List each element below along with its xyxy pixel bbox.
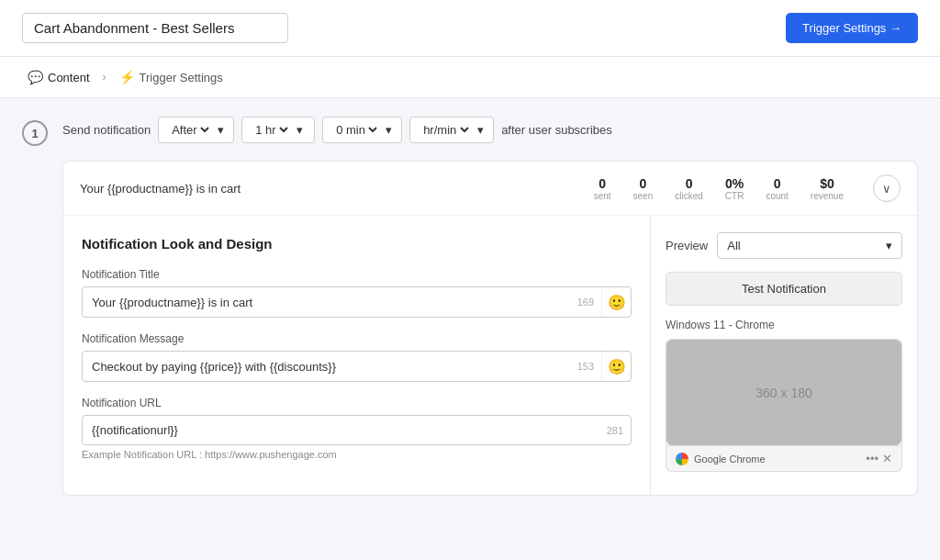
min-chevron-icon: ▾ (386, 123, 392, 137)
step-suffix: after user subscribes (501, 123, 612, 137)
trigger-icon: ⚡ (119, 70, 135, 84)
url-char-count: 281 (599, 425, 631, 436)
notification-title-input[interactable] (83, 288, 570, 317)
notification-title-text: Your {{productname}} is in cart (80, 182, 576, 196)
preview-chrome-bar: Google Chrome ••• ✕ (666, 446, 902, 472)
step-row: 1 Send notification After ▾ 1 hr ▾ 0 min (22, 117, 918, 146)
message-emoji-button[interactable]: 🙂 (601, 352, 631, 381)
preview-platform-label: Windows 11 - Chrome (666, 319, 902, 331)
nav-trigger-label: Trigger Settings (140, 71, 223, 84)
notification-header: Your {{productname}} is in cart 0 sent 0… (63, 162, 917, 216)
step-controls: Send notification After ▾ 1 hr ▾ 0 min ▾ (62, 117, 918, 143)
title-char-count: 169 (570, 297, 601, 308)
title-emoji-button[interactable]: 🙂 (601, 287, 631, 317)
preview-image: 360 x 180 (666, 340, 901, 445)
notification-body: Notification Look and Design Notificatio… (63, 216, 917, 495)
hrmin-select-input[interactable]: hr/min (420, 122, 472, 138)
min-select[interactable]: 0 min ▾ (322, 117, 402, 143)
trigger-settings-button[interactable]: Trigger Settings → (786, 13, 918, 43)
chrome-close-icon: ✕ (882, 452, 892, 465)
notification-url-label: Notification URL (82, 397, 632, 409)
notification-title-group: Notification Title 169 🙂 (82, 268, 632, 318)
count-value: 0 (766, 176, 788, 191)
after-chevron-icon: ▾ (218, 123, 224, 137)
content-icon: 💬 (28, 70, 43, 84)
test-notification-button[interactable]: Test Notification (666, 272, 902, 306)
form-section-title: Notification Look and Design (82, 236, 632, 252)
expand-button[interactable]: ∨ (873, 174, 901, 202)
preview-row: Preview All ▾ (666, 232, 902, 259)
chrome-icon (676, 453, 688, 465)
stat-sent: 0 sent (594, 176, 611, 201)
chrome-window-controls: ••• ✕ (866, 452, 892, 465)
chrome-label: Google Chrome (694, 454, 766, 465)
chrome-dots-text: ••• (866, 452, 878, 465)
nav-chevron: › (103, 71, 106, 84)
hour-select-input[interactable]: 1 hr (252, 122, 291, 138)
notification-card: Your {{productname}} is in cart 0 sent 0… (62, 161, 918, 496)
hour-chevron-icon: ▾ (297, 123, 303, 137)
page-title-input[interactable] (22, 13, 288, 43)
ctr-value: 0% (725, 176, 744, 191)
notification-url-input-row: 281 (82, 415, 632, 445)
ctr-label: CTR (725, 191, 744, 201)
step-prefix: Send notification (62, 123, 151, 137)
preview-select-chevron-icon: ▾ (886, 239, 892, 252)
trigger-settings-btn-label: Trigger Settings → (802, 21, 901, 35)
notification-message-group: Notification Message 153 🙂 (82, 332, 632, 382)
hrmin-chevron-icon: ▾ (477, 123, 484, 137)
preview-label: Preview (666, 239, 708, 252)
stats-row: 0 sent 0 seen 0 clicked 0% CTR 0 count (594, 176, 844, 201)
stat-seen: 0 seen (633, 176, 654, 201)
form-section: Notification Look and Design Notificatio… (63, 216, 651, 495)
notification-message-label: Notification Message (82, 332, 632, 345)
top-bar: Trigger Settings → (0, 0, 940, 57)
preview-image-size-text: 360 x 180 (755, 386, 812, 400)
notification-message-input[interactable] (83, 353, 570, 381)
after-select[interactable]: After ▾ (158, 117, 234, 143)
stat-ctr: 0% CTR (725, 176, 744, 201)
revenue-value: $0 (811, 176, 844, 191)
stat-revenue: $0 revenue (811, 176, 844, 201)
nav-trigger-settings[interactable]: ⚡ Trigger Settings (114, 66, 229, 88)
notification-title-input-row: 169 🙂 (82, 286, 632, 318)
seen-label: seen (633, 191, 654, 201)
message-char-count: 153 (570, 361, 601, 372)
test-notification-label: Test Notification (742, 282, 826, 296)
notification-url-input[interactable] (83, 416, 599, 444)
nav-content[interactable]: 💬 Content (22, 66, 95, 88)
stat-clicked: 0 clicked (675, 176, 703, 201)
notification-title-label: Notification Title (82, 268, 632, 281)
after-select-input[interactable]: After (168, 122, 212, 138)
sent-value: 0 (594, 176, 611, 191)
nav-content-label: Content (48, 71, 90, 84)
notification-url-group: Notification URL 281 Example Notificatio… (82, 397, 632, 460)
url-example-text: Example Notification URL : https://www.p… (82, 449, 632, 460)
seen-value: 0 (633, 176, 654, 191)
clicked-value: 0 (675, 176, 703, 191)
preview-section: Preview All ▾ Test Notification Windows … (651, 216, 917, 495)
nav-bar: 💬 Content › ⚡ Trigger Settings (0, 57, 940, 98)
stat-count: 0 count (766, 176, 788, 201)
preview-select[interactable]: All ▾ (717, 232, 902, 259)
min-select-input[interactable]: 0 min (332, 122, 380, 138)
clicked-label: clicked (675, 191, 703, 201)
main-content: 1 Send notification After ▾ 1 hr ▾ 0 min (0, 98, 940, 548)
preview-select-value: All (727, 239, 740, 252)
hour-select[interactable]: 1 hr ▾ (241, 117, 315, 143)
revenue-label: revenue (811, 191, 844, 201)
notification-message-input-row: 153 🙂 (82, 351, 632, 382)
chevron-down-icon: ∨ (882, 182, 891, 196)
sent-label: sent (594, 191, 611, 201)
count-label: count (766, 191, 788, 201)
step-number: 1 (22, 120, 48, 146)
hrmin-select[interactable]: hr/min ▾ (409, 117, 494, 143)
